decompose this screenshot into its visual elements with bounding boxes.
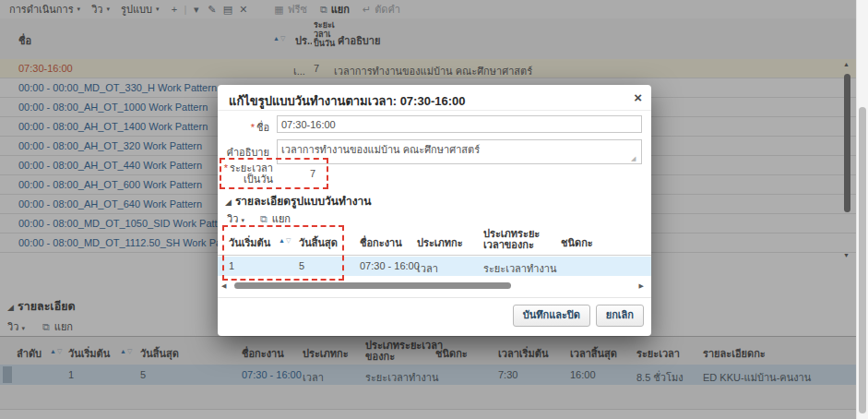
name-field-label: *ชื่อ (218, 119, 269, 136)
work-pattern-page: การดำเนินการ ▾ วิว ▾ รูปแบบ ▾ + | ▾ ✎ ▤ … (0, 0, 868, 419)
resize-handle-icon[interactable]: ◢ (631, 155, 636, 162)
dialog-title: แก้ไขรูปแบบวันทำงานตามเวลา: 07:30-16:00 (229, 91, 465, 111)
col-shift-duration-type[interactable]: ประเภทระยะเวลาของกะ (483, 228, 557, 250)
description-textarea[interactable]: เวลาการทำงานของแม่บ้าน คณะศึกษาศาสตร์ (277, 139, 642, 164)
shift-view-label: วิว (227, 213, 238, 224)
name-label-text: ชื่อ (256, 122, 269, 133)
shift-details-section-header[interactable]: ◢รายละเอียดรูปแบบวันทำงาน (225, 192, 372, 210)
cell-shift-name: 07:30 - 16:00 (360, 260, 420, 271)
annotation-box-day-columns (222, 225, 344, 281)
titlebar-divider (218, 110, 651, 111)
chevron-down-icon: ▾ (241, 217, 244, 223)
scroll-left-icon[interactable]: ◀ (221, 282, 226, 290)
scrollbar-thumb[interactable] (859, 107, 866, 413)
shift-details-title: รายละเอียดรูปแบบวันทำงาน (235, 195, 372, 208)
annotation-box-duration (220, 158, 328, 189)
cell-shift-type: เวลา (417, 260, 438, 277)
edit-work-pattern-dialog: แก้ไขรูปแบบวันทำงานตามเวลา: 07:30-16:00 … (218, 85, 651, 336)
detach-icon: ⧉ (260, 213, 268, 225)
scrollbar-thumb[interactable] (234, 282, 511, 289)
col-shift-name[interactable]: ชื่อกะงาน (360, 234, 402, 251)
scroll-right-icon[interactable]: ▶ (639, 282, 644, 290)
footer-divider (218, 297, 651, 298)
cell-shift-duration-type: ระยะเวลาทำงาน (483, 260, 557, 277)
cancel-button[interactable]: ยกเลิก (596, 305, 644, 327)
page-scrollbar[interactable] (856, 0, 868, 419)
shift-table-horizontal-scrollbar[interactable]: ◀ ▶ (221, 281, 644, 291)
close-icon[interactable]: × (634, 90, 642, 105)
required-icon: * (251, 122, 255, 133)
name-input[interactable] (277, 115, 642, 133)
collapse-icon[interactable]: ◢ (225, 198, 232, 207)
save-and-close-button[interactable]: บันทึกและปิด (513, 305, 590, 327)
col-shift-kind[interactable]: ชนิดกะ (561, 234, 593, 251)
col-shift-type[interactable]: ประเภทกะ (417, 234, 463, 251)
